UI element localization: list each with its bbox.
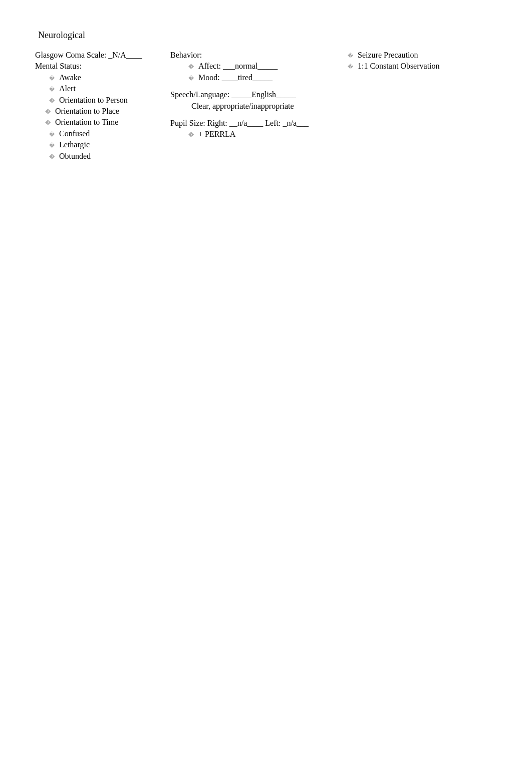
mental-status-item-lethargic: � Lethargic (35, 139, 170, 150)
bullet-icon: � (49, 75, 54, 82)
precaution-item-seizure: � Seizure Precaution (341, 50, 471, 61)
mental-status-text: Orientation to Person (59, 95, 128, 106)
bullet-icon: � (49, 131, 54, 138)
precaution-text: 1:1 Constant Observation (358, 61, 440, 72)
mental-status-item-awake: � Awake (35, 72, 170, 83)
pupil-text: + PERRLA (198, 129, 235, 140)
document-page: Neurological Glasgow Coma Scale: _N/A___… (0, 0, 532, 192)
mental-status-item-orientation-place: � Orientation to Place (35, 106, 170, 117)
columns-container: Glasgow Coma Scale: _N/A____ Mental Stat… (35, 50, 497, 162)
behavior-text: Affect: ___normal_____ (198, 61, 278, 72)
speech-language: Speech/Language: _____English_____ (170, 89, 341, 100)
mental-status-text: Alert (59, 83, 76, 94)
mental-status-label: Mental Status: (35, 61, 170, 72)
bullet-icon: � (188, 131, 193, 139)
bullet-icon: � (45, 119, 50, 127)
mental-status-item-alert: � Alert (35, 83, 170, 94)
bullet-icon: � (188, 63, 193, 71)
mental-status-text: Orientation to Place (55, 106, 119, 117)
bullet-icon: � (188, 75, 193, 82)
bullet-icon: � (49, 97, 54, 105)
bullet-icon: � (49, 142, 54, 149)
bullet-icon: � (348, 52, 353, 60)
behavior-item-mood: � Mood: ____tired_____ (170, 72, 341, 83)
behavior-text: Mood: ____tired_____ (198, 72, 273, 83)
glasgow-coma-scale: Glasgow Coma Scale: _N/A____ (35, 50, 170, 61)
pupil-item-perrla: � + PERRLA (170, 129, 341, 140)
behavior-label: Behavior: (170, 50, 341, 61)
mental-status-text: Awake (59, 72, 81, 83)
speech-description: Clear, appropriate/inappropriate (170, 101, 341, 112)
mental-status-item-orientation-person: � Orientation to Person (35, 95, 170, 106)
bullet-icon: � (49, 86, 54, 93)
mental-status-item-confused: � Confused (35, 128, 170, 139)
mental-status-text: Obtunded (59, 151, 91, 162)
column-mental-status: Glasgow Coma Scale: _N/A____ Mental Stat… (35, 50, 170, 162)
precaution-text: Seizure Precaution (358, 50, 418, 61)
precaution-item-observation: � 1:1 Constant Observation (341, 61, 471, 72)
bullet-icon: � (45, 108, 50, 116)
column-precautions: � Seizure Precaution � 1:1 Constant Obse… (341, 50, 471, 72)
mental-status-text: Confused (59, 128, 90, 139)
column-behavior: Behavior: � Affect: ___normal_____ � Moo… (170, 50, 341, 140)
mental-status-text: Orientation to Time (55, 117, 118, 128)
behavior-item-affect: � Affect: ___normal_____ (170, 61, 341, 72)
section-title-neurological: Neurological (38, 30, 497, 41)
bullet-icon: � (348, 63, 353, 71)
bullet-icon: � (49, 153, 54, 161)
mental-status-text: Lethargic (59, 139, 90, 150)
mental-status-item-orientation-time: � Orientation to Time (35, 117, 170, 128)
pupil-size: Pupil Size: Right: __n/a____ Left: _n/a_… (170, 118, 341, 129)
mental-status-item-obtunded: � Obtunded (35, 151, 170, 162)
